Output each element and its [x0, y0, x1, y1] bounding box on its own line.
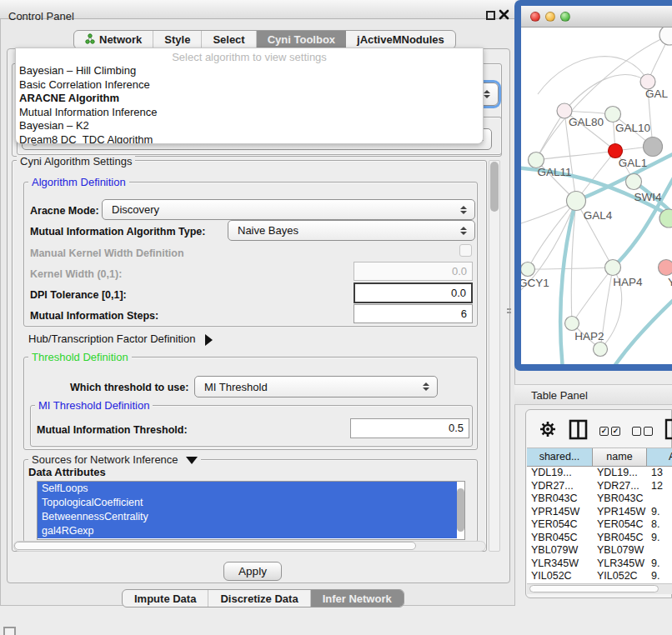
table-cell: YBL079W [593, 544, 647, 558]
column-header-shared-name[interactable]: shared... [527, 448, 593, 467]
settings-scrollbar-thumb[interactable] [490, 162, 499, 212]
data-attributes-list[interactable]: SelfLoopsTopologicalCoefficientBetweenne… [37, 481, 465, 540]
table-row[interactable]: YPR145WYPR145W9. [527, 506, 672, 519]
tab-network[interactable]: Network [74, 31, 153, 48]
manual-kernel-width-checkbox[interactable] [459, 244, 472, 257]
tab-discretize-data[interactable]: Discretize Data [208, 590, 310, 607]
attribute-item[interactable]: TopologicalCoefficient [38, 496, 457, 510]
tab-select[interactable]: Select [202, 31, 256, 48]
table-cell: 9. [647, 570, 672, 583]
close-traffic-light[interactable] [530, 12, 540, 22]
table-hscrollbar-thumb[interactable] [529, 585, 659, 592]
tab-jactivemnodules[interactable]: jActiveMNodules [346, 31, 455, 48]
mi-threshold-definition-title: MI Threshold Definition [35, 399, 153, 412]
network-node-gal4[interactable] [567, 192, 586, 211]
network-node-hap4[interactable] [605, 260, 621, 276]
mi-steps-field[interactable]: 6 [354, 304, 473, 323]
column-header-name[interactable]: name [593, 448, 647, 467]
attribute-item[interactable]: SelfLoops [38, 482, 457, 496]
network-node-y[interactable] [659, 260, 672, 276]
table-cell: YDR27... [527, 480, 593, 493]
table-row[interactable]: YIL052CYIL052C9. [527, 570, 672, 583]
algorithm-option[interactable]: Bayesian – K2 [16, 119, 483, 133]
splitter-grip[interactable] [506, 307, 512, 314]
table-row[interactable]: YBR043CYBR043C [527, 492, 672, 506]
node-label: SWI4 [634, 191, 661, 203]
apply-button[interactable]: Apply [223, 562, 282, 581]
which-threshold-combo[interactable]: MI Threshold [194, 376, 438, 398]
docked-panel-icon[interactable] [3, 627, 16, 635]
table-cell: YPR145W [593, 506, 647, 519]
zoom-traffic-light[interactable] [560, 12, 570, 22]
attribute-item[interactable]: gal4RGexp [38, 524, 457, 538]
table-cell: YLR345W [593, 558, 647, 571]
aracne-mode-combo[interactable]: Discovery [102, 199, 475, 220]
node-table[interactable]: shared... name A YDL19...YDL19...13YDR27… [527, 448, 672, 584]
network-node-swi4[interactable] [626, 174, 642, 190]
table-row[interactable]: YDR27...YDR27...12 [527, 480, 672, 493]
table-cell: YBR045C [527, 532, 593, 545]
table-cell: YLR345W [527, 558, 593, 571]
table-cell: YBR045C [593, 532, 647, 545]
network-node[interactable] [594, 342, 608, 357]
gear-icon[interactable] [539, 420, 557, 442]
manual-kernel-width-label: Manual Kernel Width Definition [30, 248, 184, 259]
node-label: GAL1 [619, 157, 648, 169]
attribute-item[interactable]: BetweennessCentrality [38, 510, 457, 524]
table-cell: YIL052C [593, 570, 647, 583]
table-cell: 12 [647, 480, 672, 493]
network-node-gal1[interactable] [609, 144, 623, 158]
node-label: GAL4 [584, 209, 613, 222]
table-cell: 8. [647, 518, 672, 532]
network-node[interactable] [659, 28, 672, 45]
table-row[interactable]: YBL079WYBL079W [527, 544, 672, 558]
table-panel-title: Table Panel [531, 389, 588, 402]
network-view-titlebar[interactable] [521, 6, 672, 28]
algorithm-option[interactable]: Dream8 DC_TDC Algorithm [16, 133, 483, 145]
table-cell [647, 492, 672, 506]
mi-threshold-label: Mutual Information Threshold: [37, 424, 188, 436]
mi-algorithm-type-combo[interactable]: Naive Bayes [228, 220, 475, 241]
network-node-hap2[interactable] [565, 317, 579, 331]
settings-scrollbar-track[interactable] [489, 160, 500, 552]
algorithm-option[interactable]: Mutual Information Inference [16, 106, 483, 120]
sources-title[interactable]: Sources for Network Inference [28, 453, 201, 466]
close-icon[interactable] [499, 9, 509, 20]
node-label: GAL [645, 88, 669, 100]
algorithm-option[interactable]: ARACNE Algorithm [16, 92, 483, 106]
settings-hscrollbar-thumb[interactable] [14, 542, 416, 550]
hub-definition-toggle[interactable]: Hub/Transcription Factor Definition [28, 332, 213, 346]
select-all-checkboxes-icon[interactable]: ✓ ✓ [599, 427, 620, 436]
table-row[interactable]: YDL19...YDL19...13 [527, 467, 672, 480]
which-threshold-label: Which threshold to use: [70, 382, 188, 393]
tab-impute-data[interactable]: Impute Data [123, 590, 208, 607]
minimize-traffic-light[interactable] [545, 12, 555, 22]
node-label: GAL10 [615, 122, 650, 134]
tab-cyni-toolbox[interactable]: Cyni Toolbox [257, 31, 346, 48]
columns-icon[interactable] [569, 419, 588, 443]
algorithm-option[interactable]: Basic Correlation Inference [16, 78, 483, 92]
table-row[interactable]: YBR045CYBR045C9. [527, 532, 672, 545]
table-row[interactable]: YER054CYER054C8. [527, 518, 672, 532]
network-node-gal10[interactable] [605, 107, 621, 122]
column-header-partial[interactable]: A [647, 448, 672, 467]
dpi-tolerance-field[interactable]: 0.0 [354, 282, 473, 303]
float-window-icon[interactable] [486, 11, 495, 20]
algorithm-option[interactable]: Bayesian – Hill Climbing [16, 64, 483, 78]
table-cell: YER054C [593, 518, 647, 532]
kernel-width-field[interactable]: 0.0 [354, 262, 473, 281]
algorithm-dropdown-popup: Select algorithm to view settings Bayesi… [15, 48, 484, 144]
control-panel-titlebar [0, 0, 515, 19]
network-canvas[interactable]: GALGAL80GAL10GAL1GAL11SWI4GAL4GCY1HAP4YH… [521, 28, 672, 364]
attributes-scrollbar-thumb[interactable] [457, 488, 464, 532]
tab-infer-network[interactable]: Infer Network [311, 590, 404, 607]
tab-style[interactable]: Style [153, 31, 202, 48]
screen: Control Panel Network Style Select Cyni … [0, 0, 672, 635]
network-node[interactable] [644, 138, 663, 157]
new-table-icon[interactable] [664, 418, 672, 443]
table-row[interactable]: YLR345WYLR345W9. [527, 558, 672, 571]
kernel-width-label: Kernel Width (0,1): [30, 268, 122, 280]
deselect-all-checkboxes-icon[interactable] [632, 427, 653, 436]
mi-threshold-field[interactable]: 0.5 [350, 418, 469, 438]
network-node-gcy1[interactable] [521, 262, 535, 277]
